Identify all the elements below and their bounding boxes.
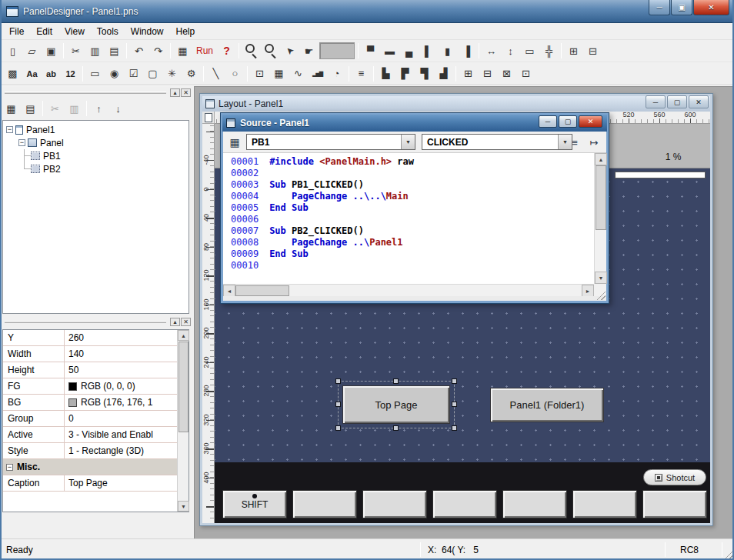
pattern-1-icon[interactable]: ▙	[377, 65, 395, 82]
menu-file[interactable]: File	[3, 24, 30, 39]
function-key-button[interactable]	[292, 490, 357, 518]
minimize-button[interactable]: ─	[539, 115, 557, 128]
property-row[interactable]: Y260	[3, 330, 177, 346]
property-value[interactable]: 260	[65, 332, 177, 343]
align-top-icon[interactable]: ▀	[362, 42, 379, 59]
paste-icon[interactable]: ▤	[105, 42, 123, 59]
scrollbar-thumb[interactable]	[178, 342, 189, 432]
menu-view[interactable]: View	[58, 24, 91, 39]
line-tool-icon[interactable]: ╲	[207, 65, 225, 82]
zoom-region-icon[interactable]	[262, 42, 279, 59]
scroll-right-icon[interactable]: ►	[582, 285, 594, 297]
scroll-left-icon[interactable]: ◄	[223, 285, 235, 297]
property-value[interactable]: 0	[65, 413, 177, 424]
move-up-icon[interactable]: ↑	[90, 100, 108, 117]
fit-width-icon[interactable]: ⊠	[498, 65, 515, 82]
cut-icon[interactable]: ✂	[67, 42, 85, 59]
select-tool-icon[interactable]: ➤	[278, 38, 302, 63]
align-bottom-icon[interactable]: ▄	[400, 42, 418, 59]
same-width-icon[interactable]: ↔	[482, 42, 500, 59]
selection-handle[interactable]	[335, 378, 341, 384]
panel-view-icon[interactable]: ▦	[2, 100, 20, 117]
code-line[interactable]: 00006	[231, 214, 606, 225]
property-row[interactable]: Active3 - Visible and Enabl	[3, 427, 177, 443]
code-line[interactable]: 00009End Sub	[231, 248, 606, 260]
new-file-icon[interactable]: ▯	[4, 42, 22, 59]
menu-help[interactable]: Help	[170, 24, 202, 39]
function-key-button[interactable]	[572, 490, 637, 518]
checkbox-tool-icon[interactable]: ☑	[125, 65, 142, 82]
h-distribute-icon[interactable]: ⊞	[459, 65, 477, 82]
property-row[interactable]: BGRGB (176, 176, 1	[3, 395, 177, 411]
radio-tool-icon[interactable]: ◉	[105, 65, 123, 82]
event-combo[interactable]: CLICKED ▼	[422, 134, 572, 150]
property-row[interactable]: Style1 - Rectangle (3D)	[3, 443, 177, 459]
selection-handle[interactable]	[452, 402, 457, 407]
pattern-3-icon[interactable]: ▜	[415, 65, 433, 82]
dock-pin-icon[interactable]: ▴	[170, 318, 180, 326]
help-icon[interactable]: ?	[218, 42, 235, 59]
page-view-icon[interactable]: ▤	[22, 100, 39, 117]
undo-icon[interactable]: ↶	[130, 42, 148, 59]
tree-node-pb1[interactable]: PB1	[3, 149, 189, 162]
print-icon[interactable]: ▦	[174, 42, 192, 59]
minimize-button[interactable]: ─	[646, 95, 666, 108]
gear-tool-icon[interactable]: ⚙	[182, 65, 200, 82]
source-window[interactable]: Source - Panel1 ─ ▢ ✕ ▦ PB1 ▼ CLICKED ▼ …	[220, 112, 609, 304]
scrollbar-thumb[interactable]	[596, 165, 606, 230]
selection-handle[interactable]	[452, 378, 457, 384]
grid-icon[interactable]: ▩	[4, 65, 22, 82]
tree-node-pb2[interactable]: PB2	[3, 162, 189, 175]
tree-node-panel1[interactable]: − Panel1	[3, 123, 189, 136]
code-line[interactable]: 00007Sub PB2_CLICKED()	[231, 225, 606, 237]
close-button[interactable]: ✕	[579, 115, 602, 128]
code-line[interactable]: 00010	[231, 260, 606, 272]
resize-grip[interactable]	[723, 549, 733, 559]
numeric-tool-icon[interactable]: 12	[62, 65, 79, 82]
property-row[interactable]: Height50	[3, 362, 177, 378]
code-vscrollbar[interactable]: ▲ ▼	[594, 153, 606, 284]
property-grid[interactable]: ▲ ▼ Y260Width140Height50FGRGB (0, 0, 0)B…	[2, 329, 189, 512]
align-center-icon[interactable]: ▮	[439, 42, 456, 59]
barchart-tool-icon[interactable]: ▂▅▇	[309, 65, 326, 82]
property-row[interactable]: CaptionTop Page	[3, 475, 177, 492]
pan-tool-icon[interactable]: ☛	[300, 42, 318, 59]
title-bar[interactable]: PanelDesigner - Panel1.pns ─ ▣ ✕	[0, 0, 734, 23]
scroll-down-icon[interactable]: ▼	[178, 501, 189, 512]
goto-handler-icon[interactable]: ↦	[586, 134, 602, 151]
collapse-icon[interactable]: −	[6, 126, 13, 133]
property-value[interactable]: 1 - Rectangle (3D)	[65, 445, 177, 456]
project-tree[interactable]: − Panel1 − Panel PB1 PB2	[2, 120, 189, 314]
frame-tool-icon[interactable]: ⊡	[251, 65, 269, 82]
menu-edit[interactable]: Edit	[30, 24, 58, 39]
dock-pin-icon[interactable]: ▴	[170, 88, 180, 97]
restore-button[interactable]: ▣	[671, 0, 692, 15]
dock-close-icon[interactable]: ✕	[181, 318, 191, 326]
v-distribute-icon[interactable]: ⊟	[479, 65, 496, 82]
selection-handle[interactable]	[452, 425, 457, 431]
property-value[interactable]: 140	[65, 348, 177, 359]
tree-node-panel[interactable]: − Panel	[3, 136, 189, 149]
code-line[interactable]: 00004 PageChange ..\..\Main	[231, 191, 606, 202]
property-value[interactable]: RGB (176, 176, 1	[65, 397, 177, 408]
minimize-button[interactable]: ─	[649, 0, 670, 15]
same-size-icon[interactable]: ▭	[521, 42, 539, 59]
copy-icon[interactable]: ▥	[86, 42, 104, 59]
property-value[interactable]: RGB (0, 0, 0)	[65, 381, 177, 392]
code-line[interactable]: 00001#include <PanelMain.h> raw	[231, 156, 606, 168]
code-hscrollbar[interactable]: ◄ ►	[223, 284, 594, 296]
property-value[interactable]: 3 - Visible and Enabl	[65, 429, 177, 440]
maximize-button[interactable]: ▢	[559, 115, 577, 128]
selection-handle[interactable]	[335, 425, 341, 431]
save-icon[interactable]: ▣	[42, 42, 60, 59]
button-tool-icon[interactable]: ▢	[144, 65, 162, 82]
shotcut-button[interactable]: Shotcut	[643, 469, 706, 485]
selection-handle[interactable]	[393, 425, 399, 431]
function-key-button[interactable]: SHIFT	[222, 490, 287, 518]
selection-handle[interactable]	[393, 378, 399, 384]
object-combo[interactable]: PB1 ▼	[246, 134, 415, 150]
function-key-button[interactable]	[362, 490, 427, 518]
h-spacing-icon[interactable]: ⊞	[565, 42, 582, 59]
property-scrollbar[interactable]: ▲ ▼	[177, 330, 189, 512]
open-file-icon[interactable]: ▱	[23, 42, 41, 59]
